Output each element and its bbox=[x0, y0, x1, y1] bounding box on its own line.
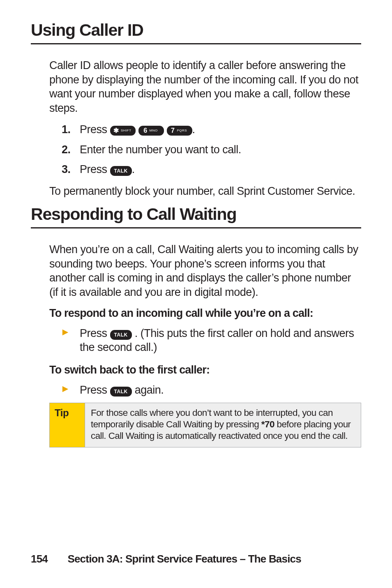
tip-body: For those calls where you don’t want to … bbox=[85, 403, 361, 447]
list-item: Press TALK again. bbox=[62, 383, 361, 397]
step-text: Press bbox=[80, 123, 110, 136]
step-number: 3. bbox=[62, 162, 80, 177]
step-number: 2. bbox=[62, 143, 80, 157]
svg-marker-0 bbox=[62, 329, 68, 335]
list-item: 1. Press ✱SHIFT 6MNO 7PQRS . bbox=[62, 122, 361, 137]
step-text: Enter the number you want to call. bbox=[80, 143, 361, 157]
heading-using-caller-id: Using Caller ID bbox=[31, 21, 361, 40]
subhead-respond: To respond to an incoming call while you… bbox=[49, 307, 361, 320]
list-item: Press TALK . (This puts the first caller… bbox=[62, 326, 361, 355]
tip-label: Tip bbox=[50, 403, 85, 447]
bullet-list: Press TALK again. bbox=[49, 383, 361, 397]
bullet-text: again. bbox=[132, 384, 164, 396]
arrow-icon bbox=[62, 326, 80, 336]
svg-marker-1 bbox=[62, 386, 68, 392]
star-key-icon: ✱SHIFT bbox=[110, 126, 136, 136]
talk-key-icon: TALK bbox=[110, 330, 132, 340]
step-text: . bbox=[192, 123, 195, 136]
step-number: 1. bbox=[62, 122, 80, 137]
steps-list: 1. Press ✱SHIFT 6MNO 7PQRS . 2. Enter th… bbox=[49, 122, 361, 177]
list-item: 3. Press TALK. bbox=[62, 162, 361, 177]
bullet-text: Press bbox=[80, 327, 110, 339]
talk-key-icon: TALK bbox=[110, 166, 132, 176]
divider bbox=[31, 43, 361, 44]
intro-caller-id: Caller ID allows people to identify a ca… bbox=[49, 58, 361, 115]
section-label: Section 3A: Sprint Service Features – Th… bbox=[67, 553, 301, 565]
step-text: Press bbox=[80, 163, 110, 175]
step-text: . bbox=[132, 163, 135, 175]
outro-caller-id: To permanently block your number, call S… bbox=[49, 184, 361, 198]
heading-call-waiting: Responding to Call Waiting bbox=[31, 205, 361, 224]
divider bbox=[31, 227, 361, 228]
bullet-text: Press bbox=[80, 384, 110, 396]
tip-box: Tip For those calls where you don’t want… bbox=[49, 403, 361, 447]
page-footer: 154 Section 3A: Sprint Service Features … bbox=[31, 553, 301, 565]
six-key-icon: 6MNO bbox=[138, 126, 164, 136]
subhead-switch-back: To switch back to the first caller: bbox=[49, 364, 361, 376]
arrow-icon bbox=[62, 383, 80, 393]
seven-key-icon: 7PQRS bbox=[167, 126, 192, 136]
intro-call-waiting: When you’re on a call, Call Waiting aler… bbox=[49, 242, 361, 299]
talk-key-icon: TALK bbox=[110, 387, 132, 397]
page-number: 154 bbox=[31, 553, 48, 565]
list-item: 2. Enter the number you want to call. bbox=[62, 143, 361, 157]
bullet-list: Press TALK . (This puts the first caller… bbox=[49, 326, 361, 355]
